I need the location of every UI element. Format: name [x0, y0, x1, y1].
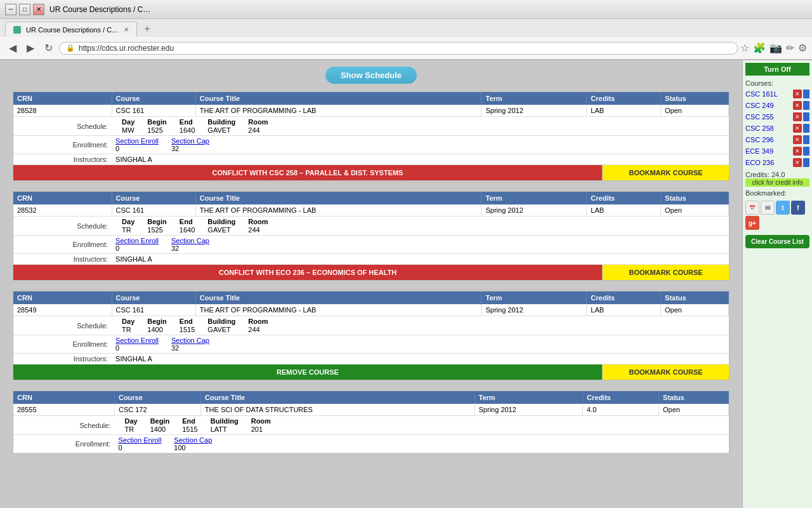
extensions-icon[interactable]: 🧩: [753, 42, 766, 54]
crn-cell: 28549: [13, 304, 112, 316]
facebook-icon[interactable]: f: [791, 201, 805, 215]
address-bar[interactable]: 🔒 https://cdcs.ur.rochester.edu: [59, 42, 738, 55]
close-button[interactable]: ✕: [33, 4, 44, 15]
term-cell: Spring 2012: [481, 204, 587, 217]
info-icon[interactable]: [803, 158, 809, 167]
instructors-label: Instructors:: [13, 354, 112, 364]
lock-icon: 🔒: [66, 44, 75, 52]
twitter-icon[interactable]: t: [776, 201, 790, 215]
sidebar-course-item: CSC 249 ✕: [745, 100, 809, 111]
bookmark-button[interactable]: BOOKMARK COURSE: [602, 364, 729, 380]
info-icon[interactable]: [803, 90, 809, 98]
enrollment-label: Enrollment:: [13, 335, 112, 354]
status-cell: Open: [661, 105, 729, 117]
col-crn: CRN: [13, 192, 112, 204]
content-area: Show Schedule CRN Course Course Title Te…: [0, 60, 742, 508]
section-enroll-link[interactable]: Section Enroll: [115, 237, 159, 244]
sidebar-course-name[interactable]: CSC 255: [745, 113, 792, 121]
turn-off-button[interactable]: Turn Off: [745, 63, 809, 76]
clear-course-list-button[interactable]: Clear Course List: [745, 235, 809, 248]
schedule-label: Schedule:: [13, 217, 112, 236]
action-bar: CONFLICT WITH CSC 258 – PARALLEL & DIST.…: [13, 165, 729, 180]
credits-info: Credits: 24.0: [745, 168, 809, 178]
sidebar-course-name[interactable]: CSC 258: [745, 124, 792, 132]
credits-click-button[interactable]: click for credit info: [745, 178, 809, 187]
section-enroll-link[interactable]: Section Enroll: [115, 337, 159, 344]
remove-course-icon[interactable]: ✕: [793, 90, 802, 98]
col-credits: Credits: [587, 291, 661, 304]
remove-course-icon[interactable]: ✕: [793, 124, 802, 133]
info-icon[interactable]: [803, 135, 809, 144]
remove-course-icon[interactable]: ✕: [793, 112, 802, 121]
section-enroll-link[interactable]: Section Enroll: [115, 137, 159, 145]
col-status: Status: [661, 92, 729, 105]
col-crn: CRN: [13, 291, 112, 304]
refresh-button[interactable]: ↻: [41, 41, 56, 55]
sidebar-items: CSC 161L ✕ CSC 249 ✕ CSC 255 ✕ CSC 258 ✕…: [745, 88, 809, 168]
section-cap-link[interactable]: Section Cap: [171, 137, 209, 145]
settings-icon[interactable]: ⚙: [798, 42, 807, 54]
remove-course-icon[interactable]: ✕: [793, 101, 802, 110]
term-cell: Spring 2012: [481, 304, 587, 316]
col-crn: CRN: [13, 92, 112, 105]
show-schedule-wrap: Show Schedule: [13, 67, 730, 84]
pencil-icon[interactable]: ✏: [786, 42, 794, 54]
bookmark-button[interactable]: BOOKMARK COURSE: [602, 165, 729, 180]
sidebar-course-item: CSC 161L ✕: [745, 88, 809, 100]
cap-value: 32: [171, 145, 179, 152]
star-icon[interactable]: ☆: [740, 42, 749, 54]
minimize-button[interactable]: ─: [5, 4, 16, 15]
show-schedule-button[interactable]: Show Schedule: [325, 67, 417, 84]
sidebar-course-name[interactable]: ECE 349: [745, 147, 792, 155]
browser-chrome: ─ □ ✕ UR Course Descriptions / C… UR Cou…: [0, 0, 812, 60]
sidebar-course-name[interactable]: CSC 296: [745, 136, 792, 144]
remove-course-icon[interactable]: ✕: [793, 135, 802, 144]
tab-close-icon[interactable]: ✕: [124, 26, 129, 33]
section-enroll-link[interactable]: Section Enroll: [118, 436, 161, 444]
maximize-button[interactable]: □: [19, 4, 30, 15]
credits-cell: LAB: [587, 105, 661, 117]
conflict-button[interactable]: CONFLICT WITH ECO 236 – ECONOMICS OF HEA…: [13, 265, 602, 280]
remove-button[interactable]: REMOVE COURSE: [13, 364, 602, 380]
forward-button[interactable]: ▶: [23, 41, 38, 55]
table-row: 28555 CSC 172 THE SCI OF DATA STRUCTURES…: [13, 404, 729, 416]
remove-course-icon[interactable]: ✕: [793, 158, 802, 167]
enroll-value: 0: [115, 145, 119, 152]
col-credits: Credits: [587, 92, 661, 105]
course-cell: CSC 161: [112, 105, 195, 117]
course-table: CRN Course Course Title Term Credits Sta…: [13, 192, 729, 265]
sidebar-course-name[interactable]: ECO 236: [745, 159, 792, 166]
sidebar-course-item: ECE 349 ✕: [745, 145, 809, 157]
info-icon[interactable]: [803, 147, 809, 156]
schedule-data: Day MW Begin 1525 End 1640: [112, 117, 728, 136]
info-icon[interactable]: [803, 124, 809, 133]
enrollment-label: Enrollment:: [13, 435, 114, 453]
email-icon[interactable]: ✉: [761, 201, 775, 215]
course-section: CRN Course Course Title Term Credits Sta…: [13, 91, 730, 181]
conflict-button[interactable]: CONFLICT WITH CSC 258 – PARALLEL & DIST.…: [13, 165, 602, 180]
col-credits: Credits: [583, 391, 659, 404]
calendar-icon[interactable]: 📅: [745, 201, 759, 215]
info-icon[interactable]: [803, 112, 809, 121]
new-tab-button[interactable]: ＋: [137, 21, 157, 37]
remove-course-icon[interactable]: ✕: [793, 147, 802, 156]
course-section: CRN Course Course Title Term Credits Sta…: [13, 191, 730, 281]
course-section: CRN Course Course Title Term Credits Sta…: [13, 291, 730, 380]
enrollment-data: Section Enroll 0 Section Cap 32: [112, 335, 728, 354]
section-cap-link[interactable]: Section Cap: [174, 436, 212, 444]
googleplus-icon[interactable]: g+: [745, 216, 759, 230]
course-cell: CSC 161: [112, 304, 195, 316]
bookmark-button[interactable]: BOOKMARK COURSE: [602, 265, 729, 280]
sidebar-course-name[interactable]: CSC 249: [745, 102, 792, 109]
course-title-cell: THE ART OF PROGRAMMING - LAB: [195, 105, 481, 117]
back-button[interactable]: ◀: [5, 41, 20, 55]
screenshot-icon[interactable]: 📷: [769, 42, 782, 54]
section-cap-link[interactable]: Section Cap: [171, 237, 209, 244]
sidebar-course-name[interactable]: CSC 161L: [745, 90, 792, 98]
active-tab[interactable]: UR Course Descriptions / C… ✕: [5, 22, 137, 37]
social-icons: 📅 ✉ t f g+: [745, 201, 809, 230]
info-icon[interactable]: [803, 101, 809, 110]
course-table: CRN Course Course Title Term Credits Sta…: [13, 391, 729, 453]
section-cap-link[interactable]: Section Cap: [171, 337, 209, 344]
col-crn: CRN: [13, 391, 114, 404]
